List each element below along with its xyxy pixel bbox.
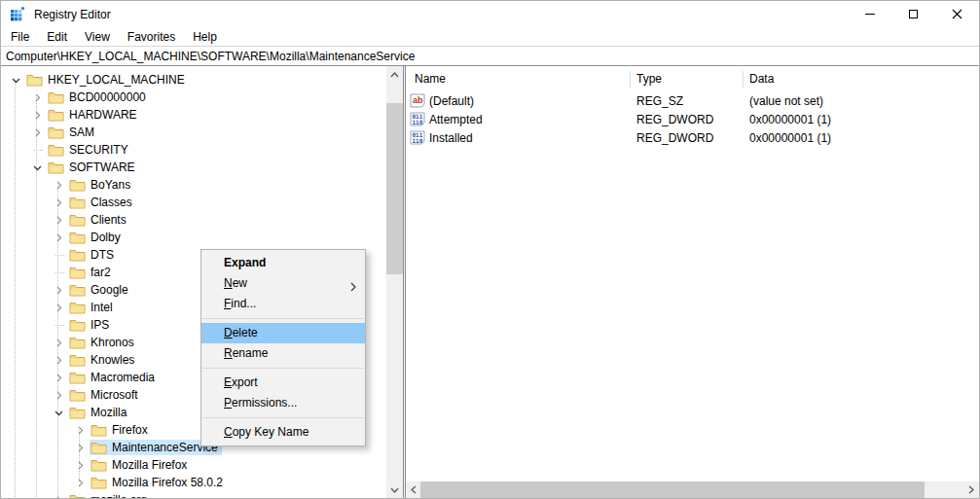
folder-icon — [69, 196, 86, 209]
scroll-right-button[interactable] — [963, 481, 979, 498]
folder-icon — [48, 143, 64, 157]
expand-toggle[interactable] — [29, 89, 45, 105]
menu-edit[interactable]: Edit — [38, 28, 76, 46]
context-menu-item-expand[interactable]: Expand — [201, 253, 365, 273]
menubar: FileEditViewFavoritesHelp — [1, 27, 979, 46]
tree-item-label: Mozilla Firefox 58.0.2 — [112, 475, 226, 490]
tree-item-security[interactable]: SECURITY — [1, 141, 386, 159]
tree-item-software[interactable]: SOFTWARE — [1, 159, 386, 176]
context-menu-item-permissions[interactable]: Permissions... — [201, 393, 365, 413]
folder-icon — [69, 213, 86, 227]
value-data: (value not set) — [744, 94, 979, 108]
folder-icon — [91, 423, 107, 437]
context-menu-item-export[interactable]: Export — [201, 373, 365, 393]
registry-editor-app-icon — [10, 6, 26, 22]
menu-help[interactable]: Help — [184, 28, 226, 46]
expand-toggle[interactable] — [51, 492, 66, 498]
context-menu-item-copy-key-name[interactable]: Copy Key Name — [201, 422, 365, 443]
expand-toggle[interactable] — [51, 370, 66, 385]
close-icon — [952, 9, 962, 19]
column-header-data[interactable]: Data — [744, 71, 979, 88]
expand-toggle[interactable] — [72, 475, 88, 490]
value-type: REG_SZ — [631, 94, 744, 108]
column-header-name[interactable]: Name — [415, 71, 631, 88]
tree-item-dolby[interactable]: Dolby — [1, 229, 386, 246]
expand-toggle[interactable] — [51, 195, 66, 210]
titlebar: Registry Editor — [1, 1, 979, 27]
folder-icon — [69, 371, 86, 384]
folder-icon — [69, 353, 86, 367]
context-menu-item-new[interactable]: New — [201, 273, 365, 294]
expand-toggle[interactable] — [29, 125, 45, 140]
scroll-down-button[interactable] — [386, 481, 403, 498]
tree-item-label: Dolby — [91, 230, 124, 245]
tree-item-label: Macromedia — [91, 370, 158, 385]
tree-item-hkey-local-machine[interactable]: HKEY_LOCAL_MACHINE — [1, 71, 386, 89]
folder-icon — [48, 125, 64, 139]
tree-item-label: Microsoft — [91, 387, 141, 403]
tree-item-label: Mozilla — [91, 405, 129, 420]
horizontal-scrollbar-thumb[interactable] — [420, 481, 925, 498]
maximize-button[interactable] — [891, 1, 935, 27]
collapse-toggle[interactable] — [51, 405, 66, 420]
menu-view[interactable]: View — [76, 28, 119, 46]
tree-item-mozilla-firefox-58-0-2[interactable]: Mozilla Firefox 58.0.2 — [1, 474, 386, 491]
address-bar[interactable]: Computer\HKEY_LOCAL_MACHINE\SOFTWARE\Moz… — [1, 46, 979, 66]
collapse-toggle[interactable] — [29, 160, 45, 175]
chevron-right-icon — [76, 479, 85, 487]
expand-toggle[interactable] — [51, 282, 66, 298]
context-menu-item-find[interactable]: Find... — [201, 294, 365, 314]
expand-toggle[interactable] — [51, 212, 66, 228]
scroll-left-button[interactable] — [406, 481, 421, 498]
value-row-attempted[interactable]: 011 110 AttemptedREG_DWORD0x00000001 (1) — [410, 110, 979, 128]
tree-item-mozilla-firefox[interactable]: Mozilla Firefox — [1, 456, 386, 474]
tree-item-clients[interactable]: Clients — [1, 211, 386, 229]
folder-icon — [91, 476, 107, 489]
chevron-down-icon — [33, 163, 42, 172]
tree-item-label: IPS — [91, 317, 112, 333]
expand-toggle[interactable] — [72, 457, 88, 473]
tree-item-hardware[interactable]: HARDWARE — [1, 106, 386, 124]
expand-toggle[interactable] — [72, 422, 88, 438]
expand-toggle[interactable] — [51, 335, 66, 350]
folder-icon — [69, 283, 86, 297]
column-header-type[interactable]: Type — [631, 71, 744, 88]
tree-item-label: mozilla.org — [91, 492, 150, 498]
scroll-up-button[interactable] — [386, 66, 403, 83]
tree-item-classes[interactable]: Classes — [1, 194, 386, 211]
tree-item-mozilla-org[interactable]: mozilla.org — [1, 491, 386, 498]
tree-item-label: BoYans — [91, 177, 133, 193]
expand-toggle[interactable] — [51, 352, 66, 368]
chevron-up-icon — [390, 72, 399, 78]
expand-toggle[interactable] — [51, 230, 66, 245]
minimize-button[interactable] — [848, 1, 891, 27]
expand-toggle[interactable] — [51, 177, 66, 193]
value-row-installed[interactable]: 011 110 InstalledREG_DWORD0x00000001 (1) — [410, 128, 979, 147]
tree-scrollbar-thumb[interactable] — [386, 103, 403, 274]
chevron-right-icon — [33, 93, 42, 102]
folder-icon — [91, 441, 107, 454]
menu-separator — [202, 318, 364, 319]
close-button[interactable] — [935, 1, 979, 27]
context-menu-item-delete[interactable]: Delete — [201, 323, 365, 343]
tree-item-bcd00000000[interactable]: BCD00000000 — [1, 89, 386, 106]
expand-toggle[interactable] — [51, 300, 66, 315]
collapse-toggle[interactable] — [8, 72, 23, 88]
tree-item-sam[interactable]: SAM — [1, 124, 386, 141]
values-horizontal-scrollbar[interactable] — [406, 481, 979, 498]
tree-item-label: Classes — [91, 195, 135, 210]
folder-icon — [69, 178, 86, 192]
folder-icon — [69, 231, 86, 244]
folder-icon — [48, 90, 64, 104]
menu-favorites[interactable]: Favorites — [119, 28, 184, 46]
menu-file[interactable]: File — [2, 28, 38, 46]
tree-item-boyans[interactable]: BoYans — [1, 176, 386, 194]
expand-toggle[interactable] — [51, 387, 66, 403]
context-menu-item-rename[interactable]: Rename — [201, 343, 365, 364]
expand-toggle[interactable] — [29, 107, 45, 123]
expand-toggle[interactable] — [72, 440, 88, 455]
value-type: REG_DWORD — [631, 113, 744, 126]
tree-vertical-scrollbar[interactable] — [386, 66, 403, 498]
tree-item-label: SECURITY — [69, 142, 131, 158]
value-row-default[interactable]: ab (Default)REG_SZ(value not set) — [410, 91, 979, 110]
